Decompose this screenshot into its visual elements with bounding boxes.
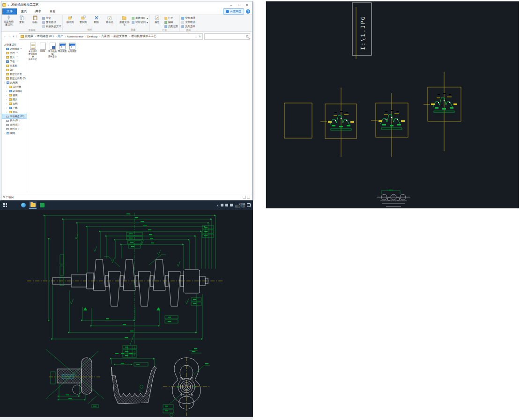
minimize-button[interactable]: – [227,2,235,8]
sidebar-item-desktop[interactable]: Desktop✦ [2,47,27,51]
folder-icon [9,94,12,96]
pen-tray-icon[interactable] [221,204,223,206]
address-bar[interactable]: 此电脑 本地磁盘 (C:) 用户 Administrator Desktop 凡… [19,33,203,40]
sidebar-item-var[interactable]: var [2,68,27,72]
start-button[interactable] [0,203,10,207]
select-none-button[interactable]: 全部取消 [181,21,195,24]
tab-file[interactable]: 文件 [2,8,17,15]
downloads-icon [6,60,9,63]
sidebar-network[interactable]: ›网络 [2,131,27,135]
close-button[interactable]: ✕ [243,2,251,8]
tray-expand-icon[interactable]: ∧ [216,204,218,207]
sidebar-item-downloads[interactable]: 下载✦ [2,59,27,64]
baidu-netdisk-button[interactable]: 百度网盘 [223,8,244,15]
breadcrumb[interactable]: 本地磁盘 (C:) [34,34,54,38]
sidebar-item-music[interactable]: ›音乐 [2,110,27,114]
tab-share[interactable]: 共享 [31,8,45,15]
sidebar-this-pc[interactable]: ›此电脑 [2,81,27,85]
sidebar-item-pictures[interactable]: 图片✦ [2,55,27,59]
sidebar-item-desktop-pc[interactable]: ›Desktop [2,89,27,93]
sidebar-item-3d-objects[interactable]: ›3D 对象 [2,85,27,89]
network-tray-icon[interactable] [230,204,233,206]
breadcrumb[interactable]: 凡素图 [98,34,110,38]
tab-view[interactable]: 查看 [45,8,60,15]
taskbar-cad-button[interactable] [38,201,46,209]
title-bar[interactable]: ▾ 发动机曲轴加工工艺 – □ ✕ [1,1,252,8]
action-center-icon[interactable] [247,203,251,207]
sidebar-item-local-disk-c[interactable]: 本地磁盘 (C:) [2,114,27,118]
volume-icon[interactable] [225,204,228,206]
sidebar-item-drive-d[interactable]: 软件 (D:) [2,118,27,123]
invert-selection-button[interactable]: 反向选择 [181,25,195,28]
tab-home[interactable]: 主页 [17,8,31,15]
cad-viewport-top[interactable]: I:\1.JPG [266,1,519,208]
sidebar-item-new-folder[interactable]: 新建文件夹 [2,72,27,76]
sidebar-item-new-folder-2[interactable]: 新建文件夹 (2) [2,76,27,81]
easy-access-button[interactable]: 轻松访问 ▾ [132,21,148,24]
history-button[interactable]: 历史记录 [164,25,178,28]
sidebar-item-drive-e[interactable]: 文档 (E:) [2,123,27,127]
maximize-button[interactable]: □ [235,2,243,8]
breadcrumb[interactable]: 用户 [55,34,63,38]
cut-button[interactable]: 剪切 [42,16,61,20]
copy-to-button[interactable]: 复制到 [77,15,89,23]
paste-shortcut-icon [42,25,45,28]
file-item[interactable]: 专业设计 发动机曲轴 加工工艺 [28,43,37,60]
refresh-icon[interactable]: ↻ [199,35,201,38]
new-item-button[interactable]: 新建项目 ▾ [132,16,148,20]
quick-access-toolbar-icon[interactable]: ▾ [7,3,9,7]
breadcrumb[interactable]: Administrator [64,35,83,38]
new-folder-button[interactable]: 新建文件夹 [119,15,130,26]
select-all-button[interactable]: 全部选择 [181,16,195,20]
cad-viewport-bottom[interactable] [0,210,253,417]
files-pane[interactable]: 专业设计 发动机曲轴 加工工艺 0001 发动机曲轴 测绘定位 零件简图 [27,41,252,194]
copy-path-button[interactable]: 复制路径 [42,21,61,24]
navigation-pane: ◢快速访问 Desktop✦ 文档✦ 图片✦ 下载✦ 凡素图 var 新建文件夹… [1,41,27,194]
taskbar-clock[interactable]: 14:55 2021/7/27 [235,202,245,208]
sidebar-item-drive-f[interactable]: 资料 (F:) [2,127,27,131]
file-item[interactable]: 零件简图 [58,43,67,53]
paste-shortcut-button[interactable]: 粘贴快捷方式 [42,25,61,28]
search-input[interactable] [206,35,246,38]
sidebar-item-fansutu[interactable]: 凡素图 [2,64,27,68]
breadcrumb[interactable]: 此电脑 [25,34,33,38]
rename-button[interactable]: 重命名 [104,15,115,23]
breadcrumb[interactable]: 新建文件夹 [111,34,127,38]
sidebar-item-documents[interactable]: 文档✦ [2,51,27,55]
help-icon[interactable]: ? [246,9,250,14]
ribbon-group-organize: 移动到 复制到 删除 重命名 组织 [63,15,117,31]
file-item[interactable]: 毛坯简图 [67,43,77,53]
windows-logo-icon [3,203,7,207]
properties-button[interactable]: 属性 [151,15,163,23]
pin-to-quick-access-button[interactable]: 固定到快速访问 [3,15,15,26]
breadcrumb[interactable]: Desktop [84,35,97,38]
window-edge-strip [0,417,253,420]
paste-button[interactable]: 粘贴 [29,15,41,23]
forward-button[interactable]: → [8,35,11,38]
folder-icon [9,103,12,105]
sidebar-item-documents-pc[interactable]: ›文档 [2,102,27,106]
move-to-button[interactable]: 移动到 [64,15,76,23]
open-button[interactable]: 打开 [164,16,178,20]
taskbar-browser-button[interactable] [20,201,27,209]
sidebar-item-pictures-pc[interactable]: ›图片 [2,97,27,102]
delete-button[interactable]: 删除 [90,15,102,23]
address-dropdown-icon[interactable]: ⌄ [195,35,197,38]
sidebar-item-videos[interactable]: ›视频 [2,93,27,97]
file-item[interactable]: 0001 [38,43,47,53]
copy-button[interactable]: 复制 [16,15,28,23]
thumbnail-view-icon[interactable] [247,196,250,199]
open-icon [164,17,167,20]
file-item[interactable]: 发动机曲轴 测绘定位 [48,43,57,58]
search-box[interactable] [204,33,250,40]
recent-locations-icon[interactable]: ▾ [13,35,15,38]
taskbar-explorer-button[interactable] [29,201,37,209]
edit-button[interactable]: 编辑 [164,21,178,24]
list-view-icon[interactable] [243,196,246,199]
up-button[interactable]: ↑ [16,35,18,38]
sidebar-quick-access[interactable]: ◢快速访问 [2,43,27,47]
back-button[interactable]: ← [3,35,7,38]
breadcrumb[interactable]: 发动机曲轴加工工艺 [128,34,156,38]
sidebar-item-downloads-pc[interactable]: ›下载 [2,106,27,110]
pin-icon: ✦ [16,55,18,59]
